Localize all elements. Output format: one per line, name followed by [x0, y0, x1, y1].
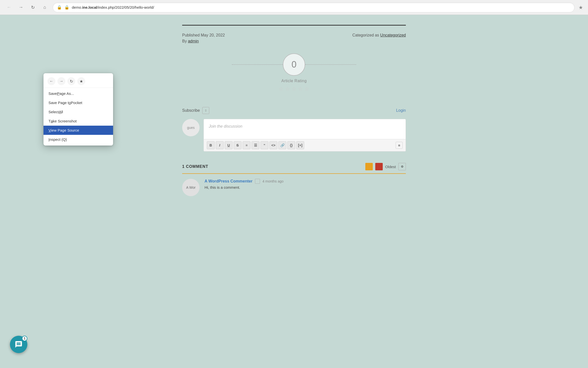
cm-take-screenshot[interactable]: Take Screenshot [43, 116, 113, 126]
rating-stars[interactable]: ☆ ☆ ☆ ☆ ☆ [279, 86, 309, 92]
toolbar-more[interactable]: [+] [296, 141, 304, 149]
cm-select-all[interactable]: Select All [43, 107, 113, 116]
toolbar-code[interactable]: <> [269, 141, 277, 149]
cm-forward-button[interactable]: → [57, 77, 65, 85]
float-chat-button[interactable]: 1 [10, 336, 27, 353]
context-menu-nav: ← → ↻ ★ [43, 75, 113, 88]
address-text: demo.ine.local/index.php/2022/05/20/hell… [72, 5, 570, 9]
comment-placeholder: Join the discussion [209, 124, 242, 128]
sort-settings-icon[interactable]: ⚙ [398, 163, 406, 170]
commenter-avatar: A Wor [182, 179, 200, 196]
toolbar-bold[interactable]: B [207, 141, 215, 149]
subscribe-label: Subscribe [182, 108, 200, 113]
article-meta: Published May 20, 2022 By admin Categori… [182, 33, 406, 43]
cm-save-page-as[interactable]: Save Page As... [43, 89, 113, 98]
toolbar-link[interactable]: 🔗 [278, 141, 286, 149]
star-3[interactable]: ☆ [292, 86, 296, 92]
comments-count: 1 COMMENT [182, 164, 208, 169]
sort-icon-orange [365, 163, 373, 170]
address-bar[interactable]: 🔒 🔒 demo.ine.local/index.php/2022/05/20/… [53, 2, 575, 12]
article-container: Published May 20, 2022 By admin Categori… [182, 25, 406, 97]
rating-dotted-left [232, 64, 283, 65]
toolbar-underline[interactable]: U [225, 141, 233, 149]
rating-dotted-right [305, 64, 356, 65]
rating-circle: 0 [283, 53, 305, 76]
toolbar-blockquote[interactable]: “ [260, 141, 268, 149]
chat-badge: 1 [22, 336, 27, 341]
browser-chrome: ← → ↻ ⌂ 🔒 🔒 demo.ine.local/index.php/202… [0, 0, 588, 15]
comments-header: 1 COMMENT Oldest ⚙ [182, 163, 406, 174]
toolbar-unordered-list[interactable]: ☰ [252, 141, 259, 149]
star-5[interactable]: ☆ [304, 86, 309, 92]
comment-body: A WordPress Commenter 4 months ago Hi, t… [205, 179, 284, 196]
rating-line: 0 [232, 53, 356, 76]
editor-row: gues Join the discussion B I U S ≡ ☰ “ <… [182, 119, 406, 159]
security-icon: 🔒 [57, 5, 62, 10]
comments-section: Subscribe  Login gues Join the discussi… [182, 105, 406, 201]
comment-input-area[interactable]: Join the discussion [204, 119, 406, 139]
commenter-badge [255, 179, 260, 184]
bookmark-button[interactable]: ★ [579, 4, 583, 10]
editor-icon-small: ⊞ [396, 142, 403, 149]
commenter-time: 4 months ago [262, 179, 284, 183]
cm-back-button[interactable]: ← [47, 77, 55, 85]
forward-button[interactable]: → [17, 3, 25, 11]
toolbar-italic[interactable]: I [216, 141, 224, 149]
toolbar-ordered-list[interactable]: ≡ [243, 141, 251, 149]
subscribe-bar: Subscribe  Login [182, 105, 406, 119]
cm-bookmark-button[interactable]: ★ [77, 77, 85, 85]
star-4[interactable]: ☆ [298, 86, 303, 92]
article-meta-right: Categorized as Uncategorized [352, 33, 406, 43]
editor-settings-icon: ⊞ [396, 142, 403, 149]
cm-save-to-pocket[interactable]: Save Page to Pocket [43, 98, 113, 107]
star-1[interactable]: ☆ [279, 86, 284, 92]
subscribe-left: Subscribe  [182, 107, 209, 114]
comment-editor[interactable]: Join the discussion B I U S ≡ ☰ “ <> 🔗 {… [204, 119, 406, 151]
editor-toolbar: B I U S ≡ ☰ “ <> 🔗 {} [+] ⊞ [204, 139, 406, 151]
author-link[interactable]: admin [188, 39, 199, 43]
cm-inspect[interactable]: Inspect (Q) [43, 135, 113, 144]
sort-icon-red [375, 163, 383, 170]
context-menu: ← → ↻ ★ Save Page As... Save Page to Poc… [43, 73, 113, 146]
comments-sort: Oldest ⚙ [365, 163, 406, 170]
guest-avatar: gues [182, 119, 200, 136]
separator-line [182, 25, 406, 26]
rating-label: Article Rating [281, 79, 307, 83]
comment-item: A Wor A WordPress Commenter 4 months ago… [182, 179, 406, 196]
author-line: By admin [182, 39, 225, 43]
home-button[interactable]: ⌂ [41, 3, 49, 11]
toolbar-code-block[interactable]: {} [287, 141, 295, 149]
cm-reload-button[interactable]: ↻ [67, 77, 75, 85]
lock-icon: 🔒 [64, 5, 69, 10]
category-link[interactable]: Uncategorized [380, 33, 406, 37]
published-date: Published May 20, 2022 [182, 33, 225, 37]
toolbar-strikethrough[interactable]: S [234, 141, 242, 149]
reload-button[interactable]: ↻ [29, 3, 37, 11]
subscribe-icon[interactable]:  [202, 107, 209, 114]
rating-section: 0 Article Rating ☆ ☆ ☆ ☆ ☆ [182, 53, 406, 92]
cm-view-page-source[interactable]: View Page Source [43, 126, 113, 135]
login-link[interactable]: Login [396, 108, 406, 113]
comment-text: Hi, this is a comment. [205, 185, 284, 189]
back-button[interactable]: ← [5, 3, 13, 11]
chat-icon [15, 340, 23, 348]
star-2[interactable]: ☆ [285, 86, 290, 92]
sort-label[interactable]: Oldest [385, 165, 396, 169]
commenter-meta: A WordPress Commenter 4 months ago [205, 179, 284, 184]
commenter-name[interactable]: A WordPress Commenter [205, 179, 252, 184]
article-meta-left: Published May 20, 2022 By admin [182, 33, 225, 43]
